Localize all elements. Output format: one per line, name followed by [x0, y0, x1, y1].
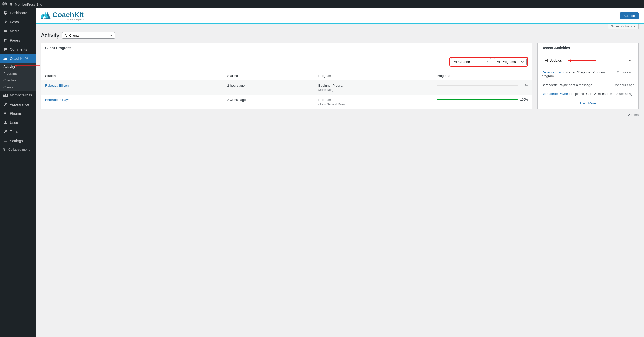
sidebar-item-plugins[interactable]: Plugins	[0, 109, 36, 118]
admin-sidebar: Dashboard Posts Media Pages Comments Coa…	[0, 8, 36, 337]
pages-icon	[3, 38, 8, 43]
sidebar-submenu: Activity Programs Coaches Clients	[0, 63, 36, 91]
plug-icon	[3, 111, 8, 116]
student-link[interactable]: Bernadette Payne	[45, 98, 71, 102]
col-started-header: Started	[227, 74, 318, 78]
sidebar-sub-clients[interactable]: Clients	[0, 84, 36, 91]
pin-icon	[3, 20, 8, 25]
activity-time: 2 weeks ago	[616, 92, 634, 96]
sidebar-item-appearance[interactable]: Appearance	[0, 100, 36, 109]
svg-text:m: m	[44, 17, 45, 19]
sliders-icon	[3, 138, 8, 143]
svg-point-6	[5, 121, 6, 123]
clients-select[interactable]: All Clients	[62, 32, 115, 39]
col-program-header: Program	[318, 74, 437, 78]
activity-time: 2 hours ago	[617, 70, 634, 78]
wordpress-icon[interactable]	[2, 2, 7, 7]
activity-link[interactable]: Rebecca Ellison	[542, 70, 565, 74]
col-progress-header: Progress	[437, 74, 528, 78]
logo-mountain-icon: m	[41, 12, 51, 19]
site-name[interactable]: MemberPress Site	[15, 3, 42, 6]
dashboard-icon	[3, 10, 8, 15]
program-cell: Program 1 (John Second Doe)	[318, 98, 437, 106]
sidebar-sub-coaches[interactable]: Coaches	[0, 77, 36, 84]
program-cell: Beginner Program (John Doe)	[318, 83, 437, 92]
sidebar-sub-programs[interactable]: Programs	[0, 70, 36, 77]
progress-cell: 100%	[437, 98, 528, 102]
sidebar-item-settings[interactable]: Settings	[0, 136, 36, 145]
wrench-icon	[3, 129, 8, 134]
recent-activities-panel: Recent Activities All Updates Rebecca El…	[537, 43, 639, 109]
home-icon[interactable]	[9, 2, 13, 7]
sidebar-sub-activity[interactable]: Activity	[0, 63, 36, 70]
activity-time: 22 hours ago	[615, 83, 634, 87]
coaches-select[interactable]: All Coaches	[451, 58, 491, 65]
filter-highlight-annotation: All Coaches All Programs	[449, 57, 528, 67]
coachkit-icon	[3, 56, 8, 61]
svg-rect-3	[5, 40, 7, 42]
progress-table: Student Started Program Progress Rebecca…	[41, 71, 532, 109]
comments-icon	[3, 47, 8, 52]
page-header: Activity All Clients	[36, 29, 644, 43]
sidebar-item-tools[interactable]: Tools	[0, 127, 36, 136]
media-icon	[3, 29, 8, 34]
recent-activities-title: Recent Activities	[538, 43, 638, 53]
items-count: 2 items	[36, 109, 644, 117]
table-row: Rebecca Ellison 2 hours ago Beginner Pro…	[41, 80, 532, 95]
sidebar-item-posts[interactable]: Posts	[0, 18, 36, 27]
collapse-menu[interactable]: Collapse menu	[0, 145, 36, 154]
col-student-header: Student	[45, 74, 227, 78]
progress-cell: 0%	[437, 83, 528, 87]
plugin-header: m CoachKit by memberpress Support	[36, 8, 644, 24]
collapse-icon	[3, 147, 6, 152]
support-button[interactable]: Support	[620, 12, 639, 19]
table-header-row: Student Started Program Progress	[41, 71, 532, 80]
sidebar-item-memberpress[interactable]: MemberPress	[0, 91, 36, 100]
coachkit-logo: m CoachKit by memberpress	[41, 11, 84, 21]
load-more-link[interactable]: Load More	[538, 98, 638, 108]
started-cell: 2 weeks ago	[227, 98, 318, 102]
admin-topbar: MemberPress Site	[0, 0, 644, 8]
sidebar-item-comments[interactable]: Comments	[0, 45, 36, 54]
client-progress-title: Client Progress	[41, 43, 532, 53]
sidebar-item-coachkit[interactable]: CoachKit™	[0, 54, 36, 63]
user-icon	[3, 120, 8, 125]
table-row: Bernadette Payne 2 weeks ago Program 1 (…	[41, 95, 532, 109]
activity-item: Bernadette Payne sent a message 22 hours…	[538, 80, 638, 89]
activity-item: Bernadette Payne completed "Goal 2" mile…	[538, 89, 638, 98]
svg-point-1	[4, 30, 6, 32]
sidebar-item-media[interactable]: Media	[0, 27, 36, 36]
client-progress-panel: Client Progress All Coaches All Programs…	[41, 43, 532, 109]
updates-select[interactable]: All Updates	[542, 57, 634, 64]
memberpress-icon	[3, 93, 8, 98]
sidebar-item-dashboard[interactable]: Dashboard	[0, 8, 36, 18]
started-cell: 2 hours ago	[227, 83, 318, 87]
student-link[interactable]: Rebecca Ellison	[45, 83, 69, 87]
content-area: m CoachKit by memberpress Support Screen…	[36, 8, 644, 337]
activity-link[interactable]: Bernadette Payne	[542, 92, 568, 96]
svg-point-7	[3, 148, 6, 150]
page-title: Activity	[41, 32, 59, 39]
programs-select[interactable]: All Programs	[494, 58, 527, 65]
sidebar-item-users[interactable]: Users	[0, 118, 36, 127]
sidebar-item-pages[interactable]: Pages	[0, 36, 36, 45]
screen-options-button[interactable]: Screen Options ▼	[608, 24, 639, 29]
activity-item: Rebecca Ellison started "Beginner Progra…	[538, 68, 638, 80]
chevron-down-icon: ▼	[633, 25, 636, 28]
brush-icon	[3, 102, 8, 107]
